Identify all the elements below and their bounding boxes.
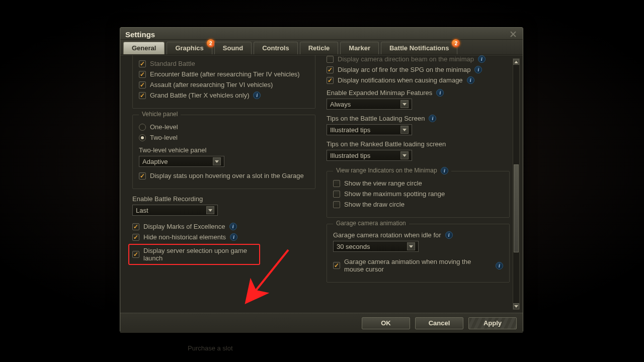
checkbox-marks-excellence[interactable] [132, 223, 139, 230]
checkbox-max-spotting[interactable] [333, 191, 340, 198]
battle-types-group: Standard Battle Encounter Battle (after … [132, 55, 315, 109]
settings-body: Standard Battle Encounter Battle (after … [120, 55, 523, 313]
radio-two-level[interactable] [139, 134, 146, 141]
radio-one-level[interactable] [139, 124, 146, 131]
legend-text: View range Indicators on the Minimap [336, 167, 437, 174]
label: Show the maximum spotting range [344, 190, 445, 198]
select-value: Adaptive [142, 158, 168, 165]
tab-reticle[interactable]: Reticle [300, 42, 339, 54]
checkbox-grand-battle[interactable] [139, 92, 146, 99]
group-legend: Vehicle panel [139, 111, 181, 118]
checkbox-arc-of-fire[interactable] [327, 66, 334, 73]
label: Grand Battle (Tier X vehicles only) [150, 92, 249, 99]
label: Standard Battle [150, 60, 195, 67]
tab-label: Graphics [175, 44, 203, 52]
bg-purchase-hint: Purchase a slot [188, 344, 233, 352]
chevron-down-icon [400, 126, 409, 134]
label: Display Marks of Excellence [143, 223, 225, 230]
cancel-button[interactable]: Cancel [415, 317, 463, 329]
select-tips-loading[interactable]: Illustrated tips [327, 124, 412, 135]
info-icon[interactable]: i [441, 167, 448, 174]
tab-label: Sound [223, 44, 243, 52]
label: Display stats upon hovering over a slot … [150, 172, 304, 179]
checkbox-encounter-battle[interactable] [139, 71, 146, 78]
label: Tips on the Battle Loading Screen [327, 115, 425, 122]
checkbox-assault[interactable] [139, 81, 146, 88]
checkbox-hide-nonhistorical[interactable] [132, 234, 139, 241]
info-icon[interactable]: i [474, 66, 482, 73]
checkbox-draw-circle[interactable] [333, 201, 340, 208]
tab-sound[interactable]: Sound [214, 42, 252, 54]
tab-label: Reticle [308, 44, 330, 52]
scroll-up-icon[interactable] [513, 59, 519, 65]
select-tips-ranked[interactable]: Illustrated tips [327, 150, 412, 161]
notification-badge: 2 [207, 39, 215, 47]
notification-badge: 2 [452, 39, 460, 47]
label: Assault (after researching Tier VI vehic… [150, 81, 273, 88]
label: Encounter Battle (after researching Tier… [150, 70, 300, 78]
scrollbar[interactable] [513, 58, 520, 310]
info-icon[interactable]: i [478, 55, 486, 63]
label: One-level [150, 123, 178, 131]
select-value: Always [330, 101, 351, 108]
tab-bar: General Graphics2 Sound Controls Reticle… [120, 40, 523, 55]
group-legend: View range Indicators on the Minimap i [333, 167, 451, 174]
info-icon[interactable]: i [496, 262, 503, 269]
checkbox-camera-beam[interactable] [327, 56, 334, 63]
label: Hide non-historical elements [143, 233, 226, 241]
chevron-down-icon [400, 100, 409, 108]
tab-controls[interactable]: Controls [254, 42, 297, 54]
close-icon[interactable] [509, 30, 518, 39]
window-title: Settings [125, 30, 155, 39]
tab-marker[interactable]: Marker [340, 42, 379, 54]
tab-label: Marker [349, 44, 370, 52]
select-value: Illustrated tips [330, 126, 370, 134]
left-column: Standard Battle Encounter Battle (after … [125, 55, 315, 313]
titlebar: Settings [120, 28, 523, 40]
garage-camera-group: Garage camera animation Garage camera ro… [327, 224, 510, 283]
tab-battle-notifications[interactable]: Battle Notifications2 [381, 42, 457, 54]
checkbox-server-selection[interactable] [132, 251, 139, 258]
label: Display server selection upon game launc… [143, 247, 256, 262]
checkbox-standard-battle[interactable] [139, 60, 146, 67]
select-value: Illustrated tips [330, 152, 370, 159]
label: Two-level [150, 134, 178, 141]
right-column: Display camera direction beam on the min… [325, 55, 510, 313]
label: Garage camera rotation when idle for [333, 231, 441, 239]
label: Display notifications when causing damag… [338, 76, 463, 84]
checkbox-view-range-circle[interactable] [333, 180, 340, 187]
checkbox-damage-notify[interactable] [327, 77, 334, 84]
label: Garage camera animation when moving the … [344, 258, 492, 273]
select-value: Last [136, 207, 148, 214]
chevron-down-icon [400, 151, 409, 159]
info-icon[interactable]: i [429, 115, 436, 122]
settings-window: Settings General Graphics2 Sound Control… [120, 27, 523, 332]
label: Show the view range circle [344, 179, 422, 187]
info-icon[interactable]: i [230, 233, 237, 241]
apply-button[interactable]: Apply [468, 317, 517, 329]
info-icon[interactable]: i [229, 223, 237, 230]
checkbox-hover-stats[interactable] [139, 172, 146, 179]
chevron-down-icon [407, 242, 415, 250]
info-icon[interactable]: i [445, 231, 453, 239]
select-value: 30 seconds [337, 243, 370, 250]
select-two-level-panel[interactable]: Adaptive [139, 156, 224, 167]
scroll-thumb[interactable] [514, 164, 519, 252]
checkbox-garage-mouse-anim[interactable] [333, 262, 340, 269]
select-garage-rotation[interactable]: 30 seconds [333, 241, 419, 252]
footer: OK Cancel Apply [120, 313, 523, 333]
label: Tips on the Ranked Battle loading screen [327, 140, 446, 148]
info-icon[interactable]: i [467, 76, 474, 84]
select-expanded-minimap[interactable]: Always [327, 99, 412, 110]
tab-general[interactable]: General [123, 42, 165, 54]
info-icon[interactable]: i [253, 92, 261, 99]
tab-graphics[interactable]: Graphics2 [167, 42, 212, 54]
scroll-down-icon[interactable] [513, 303, 519, 309]
label: Enable Expanded Minimap Features [327, 89, 432, 97]
tab-label: General [132, 44, 156, 52]
view-range-group: View range Indicators on the Minimap i S… [327, 171, 510, 218]
info-icon[interactable]: i [436, 89, 444, 97]
tab-label: Controls [262, 44, 289, 52]
ok-button[interactable]: OK [362, 317, 410, 329]
select-battle-recording[interactable]: Last [132, 205, 218, 216]
